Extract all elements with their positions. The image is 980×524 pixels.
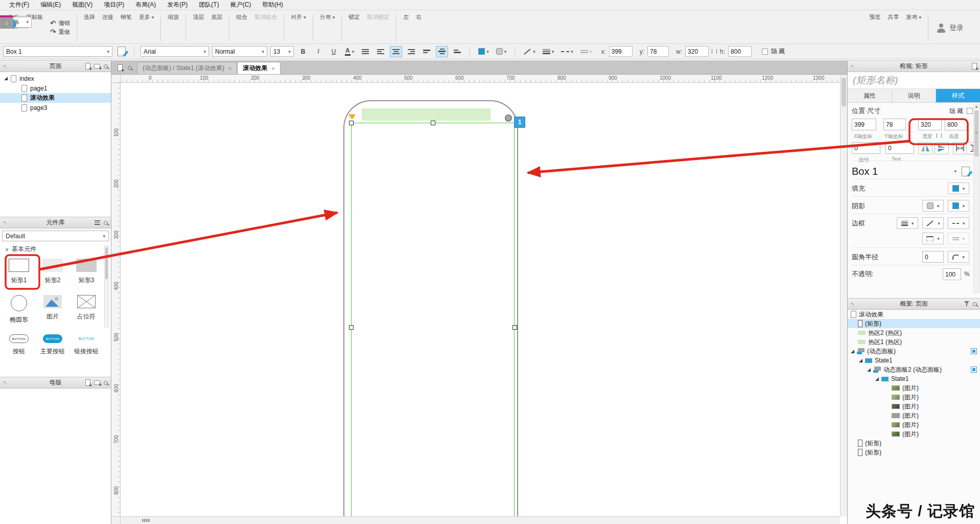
- tab-properties[interactable]: 属性: [848, 89, 892, 102]
- close-icon[interactable]: ×: [271, 65, 274, 72]
- outline-row-image[interactable]: (图片): [848, 393, 980, 402]
- chevron-down-icon[interactable]: ▾: [954, 169, 956, 174]
- h-input[interactable]: [728, 46, 752, 57]
- menu-project[interactable]: 项目(P): [99, 1, 129, 9]
- expand-icon[interactable]: [4, 77, 8, 80]
- shadow-color-button[interactable]: ▾: [948, 200, 969, 212]
- panel-pin-icon[interactable]: ↖: [3, 380, 7, 385]
- align-text-right-button[interactable]: [405, 46, 417, 57]
- fill-color-button[interactable]: ▾: [476, 46, 491, 57]
- library-kit-select[interactable]: Default▾: [2, 231, 109, 241]
- border-visibility-button[interactable]: ▾: [922, 233, 944, 244]
- menu-publish[interactable]: 发布(P): [162, 1, 193, 9]
- menu-view[interactable]: 视图(V): [67, 1, 98, 9]
- expand-icon[interactable]: [859, 359, 862, 362]
- page-item-page3[interactable]: page3: [0, 103, 111, 112]
- tab-scroll-effect[interactable]: 滚动效果×: [237, 62, 280, 74]
- height-input[interactable]: [945, 119, 967, 130]
- panel-pin-icon[interactable]: ↖: [3, 63, 7, 69]
- page-item-index[interactable]: index: [0, 74, 111, 83]
- tab-style[interactable]: 样式: [936, 89, 980, 102]
- outline-row-hotzone1[interactable]: 热区1 (热区): [848, 337, 980, 347]
- hide-checkbox[interactable]: [967, 108, 973, 114]
- outline-row-image[interactable]: (图片): [848, 383, 980, 393]
- outline-row-rectangle[interactable]: (矩形): [848, 439, 980, 448]
- page-item-page1[interactable]: page1: [0, 83, 111, 93]
- x-coordinate-input[interactable]: [852, 119, 876, 130]
- filter-icon[interactable]: [964, 301, 969, 307]
- border-style-button[interactable]: ▾: [948, 217, 969, 229]
- text-rotation-field[interactable]: °: [885, 142, 914, 154]
- font-size-select[interactable]: 13▾: [270, 46, 294, 57]
- inspector-scrollbar[interactable]: ▲: [973, 104, 979, 293]
- outline-row-hotzone2[interactable]: 热区2 (热区): [848, 328, 980, 337]
- bullet-list-button[interactable]: [359, 46, 371, 57]
- widget-ellipse[interactable]: 椭圆形: [2, 292, 36, 324]
- valign-bottom-button[interactable]: [451, 46, 463, 57]
- outer-shadow-button[interactable]: ▾: [922, 200, 944, 212]
- search-icon[interactable]: [104, 64, 108, 69]
- widget-placeholder[interactable]: 占位符: [69, 292, 103, 324]
- hide-checkbox[interactable]: [762, 49, 768, 55]
- widget-image[interactable]: 图片: [36, 292, 69, 324]
- line-style-button[interactable]: ▾: [559, 46, 575, 57]
- corner-radius-input[interactable]: [922, 251, 944, 263]
- fill-color-button[interactable]: ▾: [948, 183, 969, 194]
- outline-row-state1-inner[interactable]: State1: [848, 374, 980, 383]
- add-folder-icon[interactable]: [94, 380, 100, 385]
- horizontal-scrollbar[interactable]: [121, 516, 840, 524]
- outline-row-image[interactable]: (图片): [848, 420, 980, 429]
- flip-horizontal-button[interactable]: [918, 142, 932, 154]
- widget-rect1[interactable]: 矩形1: [2, 256, 36, 285]
- menu-team[interactable]: 团队(T): [194, 1, 224, 9]
- x-input[interactable]: [609, 46, 633, 57]
- notes-page-icon[interactable]: [972, 63, 977, 70]
- border-width-button[interactable]: ▾: [897, 217, 918, 229]
- edit-style-icon[interactable]: [962, 167, 970, 176]
- panel-pin-icon[interactable]: ↖: [851, 301, 855, 307]
- menu-edit[interactable]: 编辑(E): [35, 1, 66, 9]
- outline-row-dynamic-panel2[interactable]: 动态面板2 (动态面板): [848, 365, 980, 374]
- underline-button[interactable]: U: [328, 46, 340, 57]
- canvas-search-icon[interactable]: [128, 66, 132, 70]
- vertical-scrollbar[interactable]: [840, 75, 847, 516]
- shadow-button[interactable]: ▾: [494, 46, 509, 57]
- font-color-button[interactable]: A▾: [343, 46, 356, 57]
- library-scrollbar[interactable]: [104, 245, 109, 327]
- expand-icon[interactable]: [851, 350, 854, 353]
- line-width-button[interactable]: ▾: [541, 46, 556, 57]
- add-page-icon[interactable]: [85, 63, 90, 70]
- widget-name-field[interactable]: (矩形名称): [848, 72, 980, 89]
- outline-row-rectangle[interactable]: (矩形): [848, 448, 980, 457]
- corner-select-button[interactable]: ▾: [948, 251, 969, 263]
- add-folder-icon[interactable]: [94, 64, 100, 69]
- outline-row-dynamic-panel[interactable]: (动态面板): [848, 347, 980, 356]
- menu-arrange[interactable]: 布局(A): [130, 1, 161, 9]
- page-item-scroll-effect[interactable]: 滚动效果: [0, 93, 111, 103]
- italic-button[interactable]: I: [312, 46, 324, 57]
- widget-link-button[interactable]: BUTTON链接按钮: [69, 331, 103, 356]
- outline-row-image[interactable]: (图片): [848, 411, 980, 420]
- vertical-scroll-thumb[interactable]: [842, 78, 846, 106]
- outline-row-page[interactable]: 滚动效果: [848, 310, 980, 319]
- width-input[interactable]: [918, 119, 942, 130]
- search-icon[interactable]: [104, 381, 108, 385]
- resize-handle-top-left[interactable]: [349, 121, 354, 125]
- close-icon[interactable]: ×: [228, 65, 231, 72]
- outline-row-image[interactable]: (图片): [848, 429, 980, 439]
- valign-middle-button[interactable]: [436, 46, 448, 57]
- edit-style-button[interactable]: [115, 46, 128, 57]
- rotation-field[interactable]: °: [852, 142, 880, 154]
- add-master-icon[interactable]: [85, 379, 90, 386]
- panel-pin-icon[interactable]: ↖: [3, 220, 7, 225]
- widget-rect3[interactable]: 矩形3: [69, 256, 103, 285]
- hotzone-shape[interactable]: [362, 108, 491, 121]
- widget-rect2[interactable]: 矩形2: [36, 256, 69, 285]
- flip-vertical-button[interactable]: [935, 142, 949, 154]
- font-weight-select[interactable]: Normal▾: [212, 46, 267, 57]
- widget-primary-button[interactable]: BUTTON主要按钮: [36, 331, 69, 356]
- resize-handle-middle-right[interactable]: [512, 325, 517, 330]
- horizontal-scroll-thumb[interactable]: [123, 518, 170, 523]
- publish-button[interactable]: ↓ 发布▾: [902, 12, 925, 43]
- opacity-input[interactable]: [943, 268, 961, 280]
